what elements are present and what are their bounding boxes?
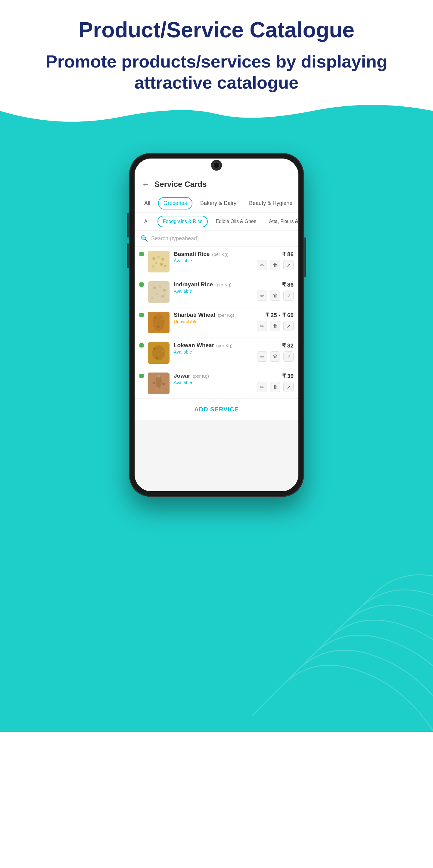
svg-point-13: [161, 295, 164, 298]
product-item-sharbati-wheat: Sharbati Wheat (per Kg) Unavailable ₹ 25…: [135, 307, 298, 338]
status-dot-available: [139, 374, 144, 378]
product-unit: (per Kg): [215, 282, 232, 287]
svg-point-17: [154, 316, 157, 319]
phone-mockup: ← Service Cards All Groceries Bakery & D…: [129, 153, 304, 497]
delete-button[interactable]: 🗑: [270, 260, 280, 270]
svg-point-30: [153, 382, 155, 384]
svg-point-33: [161, 389, 163, 391]
tab-all[interactable]: All: [139, 198, 155, 209]
app-header: ← Service Cards: [135, 177, 298, 194]
svg-point-31: [162, 383, 165, 385]
edit-button[interactable]: ✏: [257, 351, 267, 362]
product-price: ₹ 86: [282, 251, 294, 258]
product-availability: Available: [174, 349, 253, 354]
product-item-indrayani-rice: Indrayani Rice (per Kg) Available ₹ 86 ✏…: [135, 277, 298, 307]
product-item-jowar: Jowar (per Kg) Available ₹ 39 ✏ 🗑: [135, 368, 298, 399]
product-info-sharbati: Sharbati Wheat (per Kg) Unavailable: [174, 312, 253, 324]
svg-rect-0: [148, 251, 169, 273]
share-button[interactable]: ↗: [284, 260, 294, 270]
svg-point-1: [153, 257, 155, 260]
volume-up-button: [127, 213, 129, 238]
phone-screen: ← Service Cards All Groceries Bakery & D…: [135, 158, 298, 491]
svg-point-16: [153, 314, 165, 331]
product-unit: (per Kg): [212, 252, 228, 257]
delete-button[interactable]: 🗑: [270, 290, 280, 301]
svg-point-4: [155, 261, 158, 264]
svg-point-11: [163, 289, 166, 292]
svg-point-14: [151, 297, 154, 299]
share-button[interactable]: ↗: [284, 290, 294, 301]
search-bar[interactable]: 🔍 Search (typeahead): [135, 230, 298, 247]
subtab-edible-oils[interactable]: Edible Oils & Ghee: [211, 216, 261, 227]
action-buttons: ✏ 🗑 ↗: [257, 290, 294, 301]
svg-point-5: [160, 263, 163, 266]
product-unit: (per Kg): [216, 343, 232, 348]
svg-point-10: [159, 285, 161, 288]
svg-rect-8: [148, 281, 169, 303]
product-info-lokwan: Lokwan Wheat (per Kg) Available: [174, 342, 253, 354]
svg-point-6: [152, 265, 155, 268]
product-availability: Available: [174, 380, 253, 385]
share-button[interactable]: ↗: [284, 351, 294, 362]
svg-point-26: [163, 356, 164, 358]
subtab-atta-flours[interactable]: Atta, Flours & S...: [264, 216, 298, 227]
subtab-foodgrains[interactable]: Foodgrains & Rice: [158, 216, 208, 227]
product-list: Basmati Rice (per Kg) Available ₹ 86 ✏ 🗑: [135, 247, 298, 399]
action-buttons: ✏ 🗑 ↗: [257, 382, 294, 392]
screen-title: Service Cards: [155, 180, 206, 189]
product-availability: Available: [174, 288, 253, 293]
product-name: Sharbati Wheat: [174, 312, 215, 318]
tab-beauty-hygiene[interactable]: Beauty & Hygiene: [244, 198, 297, 209]
edit-button[interactable]: ✏: [257, 321, 267, 331]
product-actions: ₹ 39 ✏ 🗑 ↗: [257, 373, 294, 392]
product-availability: Unavailable: [174, 319, 253, 324]
product-price: ₹ 25 - ₹ 60: [265, 312, 294, 318]
tab-groceries[interactable]: Groceries: [158, 197, 192, 210]
product-image-sharbati: [148, 312, 169, 333]
power-button: [304, 238, 306, 277]
svg-point-32: [156, 388, 158, 390]
svg-point-23: [153, 347, 156, 350]
decorative-wave-lines: [252, 550, 433, 732]
edit-button[interactable]: ✏: [257, 260, 267, 270]
back-arrow-icon[interactable]: ←: [142, 180, 149, 189]
product-actions: ₹ 86 ✏ 🗑 ↗: [257, 281, 294, 301]
volume-down-button: [127, 244, 129, 268]
product-info-jowar: Jowar (per Kg) Available: [174, 373, 253, 385]
action-buttons: ✏ 🗑 ↗: [257, 260, 294, 270]
tab-bakery-dairy[interactable]: Bakery & Dairy: [195, 198, 241, 209]
svg-point-29: [157, 375, 160, 378]
product-item-lokwan-wheat: Lokwan Wheat (per Kg) Available ₹ 32 ✏ 🗑: [135, 338, 298, 368]
share-button[interactable]: ↗: [284, 382, 294, 392]
camera-notch: [211, 160, 222, 170]
share-button[interactable]: ↗: [284, 321, 294, 331]
product-image-lokwan: [148, 342, 169, 364]
add-service-section: ADD SERVICE: [135, 399, 298, 420]
edit-button[interactable]: ✏: [257, 382, 267, 392]
subtab-all[interactable]: All: [139, 216, 155, 227]
product-item-basmati-rice: Basmati Rice (per Kg) Available ₹ 86 ✏ 🗑: [135, 247, 298, 277]
product-price: ₹ 32: [282, 342, 294, 349]
status-dot-available: [139, 252, 144, 256]
delete-button[interactable]: 🗑: [270, 351, 280, 362]
svg-point-2: [157, 255, 160, 258]
status-dot-available: [139, 343, 144, 347]
delete-button[interactable]: 🗑: [270, 321, 280, 331]
svg-point-25: [156, 356, 158, 359]
action-buttons: ✏ 🗑 ↗: [257, 351, 294, 362]
product-actions: ₹ 32 ✏ 🗑 ↗: [257, 342, 294, 362]
status-dot-available: [139, 282, 144, 287]
product-info-basmati-rice: Basmati Rice (per Kg) Available: [174, 251, 253, 263]
delete-button[interactable]: 🗑: [270, 382, 280, 392]
product-name: Lokwan Wheat: [174, 342, 214, 349]
product-image-jowar: [148, 373, 169, 394]
search-input[interactable]: Search (typeahead): [151, 236, 199, 242]
edit-button[interactable]: ✏: [257, 290, 267, 301]
category-tabs-row: All Groceries Bakery & Dairy Beauty & Hy…: [135, 194, 298, 213]
product-availability: Available: [174, 258, 253, 263]
svg-point-7: [164, 265, 167, 267]
product-name: Jowar: [174, 373, 190, 379]
action-buttons: ✏ 🗑 ↗: [257, 321, 294, 331]
page-subtitle: Promote products/services by displaying …: [24, 51, 409, 93]
add-service-button[interactable]: ADD SERVICE: [194, 406, 238, 412]
